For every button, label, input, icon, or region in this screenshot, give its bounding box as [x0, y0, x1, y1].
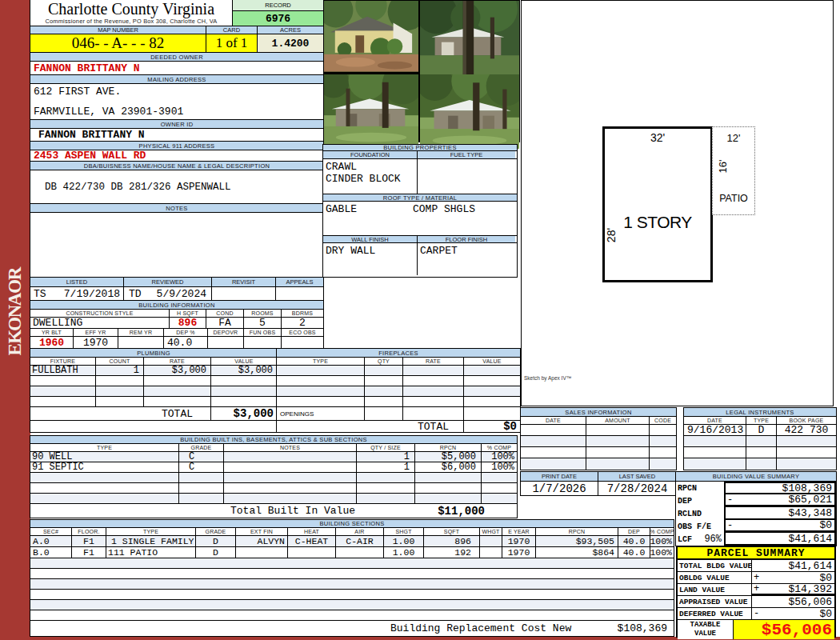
bi-grade-header: GRADE: [179, 444, 224, 451]
built-in-row: 91 SEPTIC C 1 $6,000 100%: [30, 462, 517, 473]
value-header: VALUE: [211, 358, 277, 365]
cond-header: COND: [206, 310, 244, 317]
building-value-summary: BUILDING VALUE SUMMARY RPCN $108,369 DEP…: [676, 472, 836, 546]
remodel-year: [118, 337, 164, 348]
reviewed-header: REVIEWED: [124, 278, 212, 286]
hsqft-header: H SQFT: [170, 310, 206, 317]
building-information-label: BUILDING INFORMATION: [30, 301, 323, 310]
built-ins-total-row: Total Built In Value $11,000: [30, 504, 517, 518]
extfin-header: EXT FIN: [236, 528, 288, 535]
building-sections-table: BUILDING SECTIONS SEC# FLOOR. TYPE GRADE…: [30, 520, 674, 636]
fp-qty-header: QTY: [365, 358, 403, 365]
summary-row: RCLND $43,348: [676, 507, 836, 520]
sketch-main-building: 32' 28' 1 STORY: [602, 126, 713, 282]
legal-bookpage: 422 730: [777, 425, 836, 435]
mailing-address-label: MAILING ADDRESS: [30, 75, 323, 84]
construction-style-header: CONSTRUCTION STYLE: [30, 310, 170, 317]
foundation-header: FOUNDATION: [323, 151, 418, 158]
built-ins-table: BUILDING BUILT INS, BASEMENTS, ATTICS & …: [30, 436, 517, 518]
listed-header: LISTED: [30, 278, 124, 286]
construction-header-row: CONSTRUCTION STYLE H SQFT COND ROOMS BDR…: [30, 310, 323, 318]
legal-instrument-row: 9/16/2013 D 422 730: [684, 425, 836, 436]
legal-instruments-label: LEGAL INSTRUMENTS: [684, 408, 836, 417]
empty-row: [277, 376, 520, 386]
dep-label: DEP: [676, 494, 724, 507]
obs-value: $0: [743, 519, 834, 531]
eyear-value: 1970: [502, 547, 536, 558]
mailing-address-line2: FARMVILLE, VA 23901-3901: [34, 106, 320, 118]
bi-grade: C: [179, 462, 224, 472]
sec-header: SEC#: [30, 528, 72, 535]
foundation-line2: CINDER BLOCK: [326, 173, 401, 185]
summary-row: DEP - $65,021: [676, 494, 836, 507]
dep-value: 40.0: [618, 536, 650, 546]
summary-row: LCF 96% $41,614: [676, 533, 836, 546]
deferred-label: DEFERRED VALUE: [678, 608, 752, 619]
property-photo-3: [324, 74, 418, 146]
legal-date-header: DATE: [684, 417, 746, 424]
card-value: 1 of 1: [206, 34, 258, 52]
floor-header: FLOOR.: [72, 528, 106, 535]
built-ins-total-value: $11,000: [355, 505, 517, 518]
comp-value: 100%: [650, 547, 674, 558]
bi-qty-header: QTY / SIZE: [357, 444, 415, 451]
empty-row: [521, 425, 676, 436]
whgt-value: [480, 536, 502, 546]
op: -: [726, 494, 743, 506]
parcel-row: TOTAL BLDG VALUE $41,614: [678, 560, 834, 572]
empty-row: [521, 447, 676, 458]
reviewed-by: TD: [129, 288, 142, 300]
legal-instruments-table: LEGAL INSTRUMENTS DATE TYPE BOOK PAGE 9/…: [684, 408, 836, 470]
empty-row: [30, 590, 674, 600]
fireplaces-label: FIREPLACES: [277, 349, 520, 358]
legal-type-header: TYPE: [746, 417, 777, 424]
dep-col-header: DEP: [618, 528, 650, 535]
bi-qty: 1: [357, 452, 415, 462]
obldg-label: OBLDG VALUE: [678, 572, 752, 583]
building-sections-label: BUILDING SECTIONS: [30, 520, 674, 528]
grade-header: GRADE: [196, 528, 236, 535]
dba-value: DB 422/730 DB 281/326 ASPENWALL: [30, 170, 323, 204]
heated-sqft: 896: [170, 318, 206, 328]
empty-row: [684, 458, 836, 470]
year-value-row: 1960 1970 40.0: [30, 337, 323, 348]
summary-row: OBS F/E - $0: [676, 520, 836, 533]
bi-notes-header: NOTES: [224, 444, 357, 451]
sales-information-label: SALES INFORMATION: [521, 408, 676, 417]
empty-row: [684, 436, 836, 447]
map-value-row: 046- - A- - - 82 1 of 1 1.4200: [30, 34, 323, 53]
remyr-header: REM YR: [118, 329, 164, 336]
type-header: TYPE: [106, 528, 196, 535]
deeded-owner-value: FANNON BRITTANY N: [30, 62, 323, 75]
property-photo-1: [324, 1, 418, 72]
grade-value: D: [196, 536, 236, 546]
total-bldg-value: $41,614: [766, 560, 834, 572]
print-date-value: 1/7/2026: [521, 482, 598, 495]
last-saved-value: 7/28/2024: [598, 482, 676, 495]
type-value: 1 SINGLE FAMILY: [106, 536, 196, 546]
fp-value-header: VALUE: [464, 358, 520, 365]
acres-value: 1.4200: [258, 34, 323, 52]
listed-by: TS: [34, 288, 46, 300]
air-value: [336, 547, 384, 558]
ecoobs-header: ECO OBS: [282, 329, 323, 336]
land-label: LAND VALUE: [678, 584, 752, 595]
rpcn-label: RPCN: [676, 482, 724, 494]
empty-row: [30, 610, 674, 621]
bedrooms: 2: [282, 318, 323, 328]
sales-information-table: SALES INFORMATION DATE AMOUNT CODE: [521, 408, 676, 470]
air-header: AIR: [336, 528, 384, 535]
sec-value: B.0: [30, 547, 72, 558]
bi-type-header: TYPE: [30, 444, 179, 451]
revisit-value: [212, 287, 276, 300]
parcel-row: DEFERRED VALUE - $0: [678, 608, 834, 620]
bdrms-header: BDRMS: [282, 310, 323, 317]
lcf-label: LCF: [678, 535, 692, 544]
comp-header: % COMP: [650, 528, 674, 535]
notes-label: NOTES: [30, 204, 323, 213]
wall-finish-header: WALL FINISH: [323, 236, 418, 242]
grade-value: D: [196, 547, 236, 558]
lcf-value: $41,614: [743, 533, 834, 545]
listing-panel: LISTED REVIEWED REVISIT APPEALS TS 7/19/…: [30, 278, 323, 348]
land-value: $14,392: [766, 583, 834, 595]
